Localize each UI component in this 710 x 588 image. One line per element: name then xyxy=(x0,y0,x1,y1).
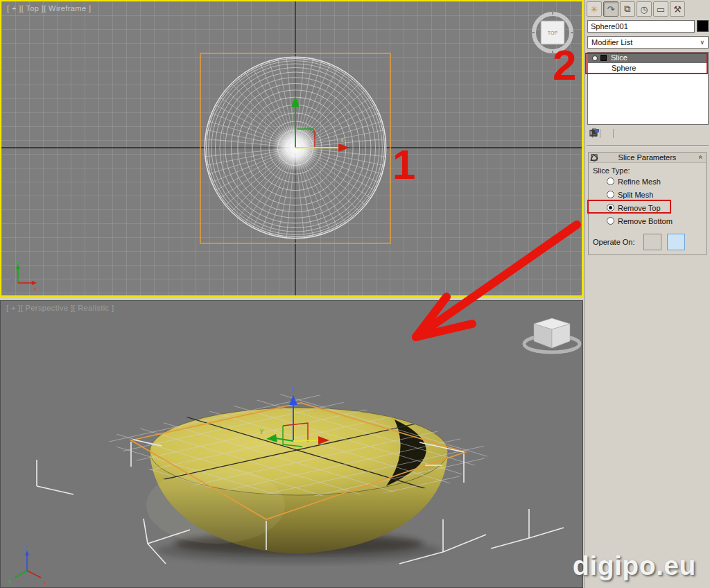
radio-remove-bottom[interactable]: Remove Bottom xyxy=(607,214,706,227)
tripod-z-label: z xyxy=(10,277,12,283)
tripod-x-persp: x xyxy=(44,580,46,586)
sliced-sphere-bowl[interactable] xyxy=(146,408,448,554)
rollout-header[interactable]: Slice Parameters « xyxy=(589,153,706,163)
operate-on-polygon-button[interactable] xyxy=(643,234,661,250)
slice-type-label: Slice Type: xyxy=(593,166,706,175)
viewport-perspective[interactable]: z y x z y x [ + ][ Perspective ][ Realis… xyxy=(0,300,583,588)
tripod-y-label: y xyxy=(15,258,18,264)
operate-on-label: Operate On: xyxy=(593,238,635,246)
radio-icon[interactable] xyxy=(607,217,614,225)
radio-label: Refine Mesh xyxy=(618,178,661,186)
create-icon: ✳ xyxy=(591,4,598,15)
hierarchy-tab[interactable]: ⧉ xyxy=(620,1,635,17)
object-color-swatch[interactable] xyxy=(697,20,709,32)
annotation-step-2: 2 xyxy=(553,40,576,89)
viewcube-persp[interactable] xyxy=(524,318,580,352)
motion-icon: ◷ xyxy=(640,4,648,15)
modifier-list-dropdown[interactable]: Modifier List ∨ xyxy=(587,36,709,49)
utilities-icon: ⚒ xyxy=(673,4,682,15)
stack-toolbar xyxy=(589,127,708,139)
rollout-title: Slice Parameters xyxy=(618,153,677,162)
operate-on-face-button[interactable] xyxy=(667,234,685,250)
radio-icon[interactable] xyxy=(607,178,614,185)
utilities-tab[interactable]: ⚒ xyxy=(670,1,685,17)
motion-tab[interactable]: ◷ xyxy=(637,1,652,17)
viewport-top-label[interactable]: [ + ][ Top ][ Wireframe ] xyxy=(7,4,91,12)
viewcube-top-face-label[interactable]: TOP xyxy=(548,31,558,35)
hierarchy-icon: ⧉ xyxy=(624,3,630,15)
annotation-box-modifier-stack xyxy=(585,53,708,74)
radio-dot-1 xyxy=(609,193,612,196)
gizmo-y-label: y xyxy=(260,427,263,434)
chevron-down-icon: ∨ xyxy=(700,39,704,46)
create-tab[interactable]: ✳ xyxy=(587,1,602,17)
modify-icon: ↷ xyxy=(607,4,615,15)
tripod-x-label: x xyxy=(34,286,37,292)
axis-tripod-top: y z x xyxy=(10,258,37,292)
radio-label: Remove Bottom xyxy=(618,217,673,225)
panel-separator xyxy=(587,145,709,146)
watermark: digipo.eu xyxy=(573,551,696,581)
gizmo-z-label: z xyxy=(291,386,295,393)
radio-dot-0 xyxy=(609,180,612,183)
display-icon: ▭ xyxy=(657,4,665,15)
command-panel-tabs: ✳ ↷ ⧉ ◷ ▭ ⚒ xyxy=(587,1,685,17)
display-tab[interactable]: ▭ xyxy=(653,1,668,17)
viewport-top[interactable]: x TOP y z x [ + ][ Top ][ Wireframe ] xyxy=(0,0,583,297)
object-name-field[interactable]: Sphere001 xyxy=(587,20,695,33)
viewport-persp-label[interactable]: [ + ][ Perspective ][ Realistic ] xyxy=(6,304,114,312)
gizmo-x-label: x xyxy=(340,137,344,144)
radio-refine-mesh[interactable]: Refine Mesh xyxy=(607,175,706,188)
modifier-list-label: Modifier List xyxy=(591,38,632,46)
command-panel: ✳ ↷ ⧉ ◷ ▭ ⚒ Sphere001 Modifier List ∨ Sl… xyxy=(585,0,710,588)
rollup-icon[interactable]: « xyxy=(698,155,705,159)
radio-label: Split Mesh xyxy=(618,191,653,199)
radio-dot-3 xyxy=(609,219,612,223)
tripod-z-persp: z xyxy=(24,544,27,550)
annotation-box-remove-top xyxy=(587,200,671,214)
annotation-step-1: 1 xyxy=(392,141,415,189)
tripod-y-persp: y xyxy=(8,578,11,585)
radio-icon[interactable] xyxy=(607,191,614,198)
axis-tripod-persp: z y x xyxy=(8,544,46,586)
modify-tab[interactable]: ↷ xyxy=(603,1,618,17)
gizmo-x-label-persp: x xyxy=(332,429,336,436)
